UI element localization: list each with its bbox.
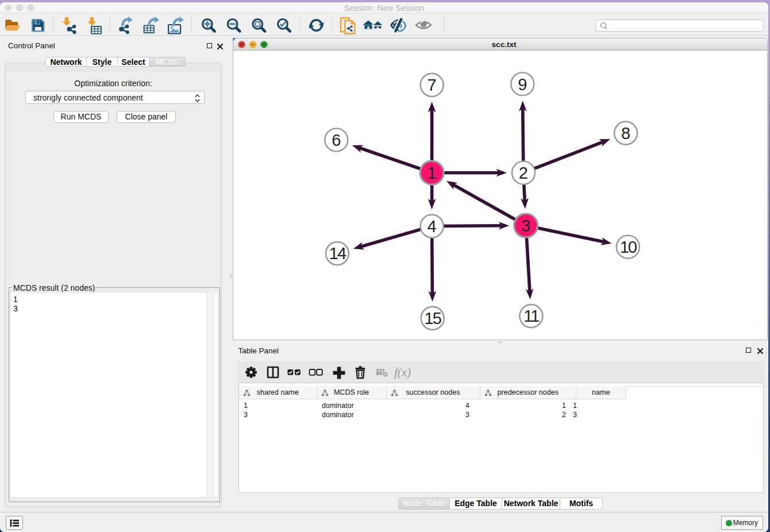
svg-text:f(x): f(x) [394,365,411,379]
svg-text:15: 15 [424,309,441,327]
svg-text:4: 4 [427,217,436,235]
svg-text:6: 6 [332,130,341,149]
svg-text:3: 3 [521,216,530,234]
svg-text:8: 8 [621,124,630,142]
svg-text:7: 7 [427,76,436,94]
svg-text:2: 2 [518,164,528,182]
svg-text:14: 14 [329,244,346,263]
svg-text:10: 10 [619,238,636,256]
svg-text:11: 11 [523,307,539,325]
svg-text:1: 1 [427,164,436,182]
svg-text:9: 9 [518,75,527,93]
